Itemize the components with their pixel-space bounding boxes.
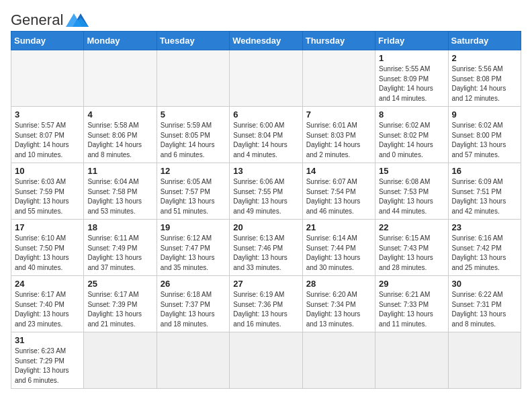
day-number: 29	[379, 279, 444, 289]
day-cell: 2Sunrise: 5:56 AMSunset: 8:08 PMDaylight…	[448, 50, 521, 107]
day-info: Sunrise: 6:14 AMSunset: 7:44 PMDaylight:…	[306, 234, 371, 273]
day-number: 21	[306, 222, 371, 232]
day-info: Sunrise: 6:01 AMSunset: 8:03 PMDaylight:…	[306, 121, 371, 160]
day-cell: 4Sunrise: 5:58 AMSunset: 8:06 PMDaylight…	[84, 107, 157, 163]
day-cell: 13Sunrise: 6:06 AMSunset: 7:55 PMDayligh…	[230, 163, 302, 220]
day-number: 10	[15, 166, 80, 176]
day-number: 15	[379, 166, 444, 176]
day-info: Sunrise: 6:13 AMSunset: 7:46 PMDaylight:…	[233, 234, 298, 273]
day-cell: 14Sunrise: 6:07 AMSunset: 7:54 PMDayligh…	[302, 163, 375, 220]
day-info: Sunrise: 6:17 AMSunset: 7:39 PMDaylight:…	[87, 290, 152, 329]
day-info: Sunrise: 6:00 AMSunset: 8:04 PMDaylight:…	[233, 121, 298, 160]
day-info: Sunrise: 6:04 AMSunset: 7:58 PMDaylight:…	[87, 177, 152, 216]
day-number: 20	[233, 222, 298, 232]
day-info: Sunrise: 6:21 AMSunset: 7:33 PMDaylight:…	[379, 290, 444, 329]
col-header-sunday: Sunday	[11, 32, 84, 50]
day-info: Sunrise: 6:02 AMSunset: 8:02 PMDaylight:…	[379, 121, 444, 160]
day-cell: 5Sunrise: 5:59 AMSunset: 8:05 PMDaylight…	[157, 107, 229, 163]
day-number: 11	[87, 166, 152, 176]
day-info: Sunrise: 6:11 AMSunset: 7:49 PMDaylight:…	[87, 234, 152, 273]
day-number: 27	[233, 279, 298, 289]
day-cell: 18Sunrise: 6:11 AMSunset: 7:49 PMDayligh…	[84, 220, 157, 276]
day-cell	[230, 332, 302, 389]
day-number: 17	[15, 222, 80, 232]
day-number: 30	[452, 279, 517, 289]
day-info: Sunrise: 6:19 AMSunset: 7:36 PMDaylight:…	[233, 290, 298, 329]
day-info: Sunrise: 6:20 AMSunset: 7:34 PMDaylight:…	[306, 290, 371, 329]
day-cell: 20Sunrise: 6:13 AMSunset: 7:46 PMDayligh…	[230, 220, 302, 276]
day-cell: 27Sunrise: 6:19 AMSunset: 7:36 PMDayligh…	[230, 276, 302, 332]
day-info: Sunrise: 6:05 AMSunset: 7:57 PMDaylight:…	[161, 177, 226, 216]
col-header-tuesday: Tuesday	[157, 32, 229, 50]
day-number: 24	[15, 279, 80, 289]
day-cell	[84, 332, 157, 389]
day-info: Sunrise: 6:08 AMSunset: 7:53 PMDaylight:…	[379, 177, 444, 216]
day-cell	[84, 50, 157, 107]
day-number: 9	[452, 109, 517, 120]
day-cell: 7Sunrise: 6:01 AMSunset: 8:03 PMDaylight…	[302, 107, 375, 163]
logo: General	[11, 11, 91, 26]
day-number: 31	[15, 335, 80, 345]
day-cell	[375, 332, 448, 389]
day-cell: 17Sunrise: 6:10 AMSunset: 7:50 PMDayligh…	[11, 220, 84, 276]
day-number: 5	[161, 109, 226, 120]
week-row-5: 24Sunrise: 6:17 AMSunset: 7:40 PMDayligh…	[11, 276, 521, 332]
day-cell: 10Sunrise: 6:03 AMSunset: 7:59 PMDayligh…	[11, 163, 84, 220]
day-info: Sunrise: 5:57 AMSunset: 8:07 PMDaylight:…	[15, 121, 80, 160]
day-number: 4	[87, 109, 152, 120]
day-cell	[448, 332, 521, 389]
day-cell: 1Sunrise: 5:55 AMSunset: 8:09 PMDaylight…	[375, 50, 448, 107]
day-cell: 8Sunrise: 6:02 AMSunset: 8:02 PMDaylight…	[375, 107, 448, 163]
week-row-4: 17Sunrise: 6:10 AMSunset: 7:50 PMDayligh…	[11, 220, 521, 276]
day-cell: 15Sunrise: 6:08 AMSunset: 7:53 PMDayligh…	[375, 163, 448, 220]
day-number: 28	[306, 279, 371, 289]
col-header-thursday: Thursday	[302, 32, 375, 50]
col-header-wednesday: Wednesday	[230, 32, 302, 50]
day-info: Sunrise: 6:12 AMSunset: 7:47 PMDaylight:…	[161, 234, 226, 273]
logo-general: General	[11, 11, 63, 29]
calendar-header-row: SundayMondayTuesdayWednesdayThursdayFrid…	[11, 32, 521, 50]
logo-icon	[66, 11, 91, 30]
week-row-6: 31Sunrise: 6:23 AMSunset: 7:29 PMDayligh…	[11, 332, 521, 389]
calendar-body: 1Sunrise: 5:55 AMSunset: 8:09 PMDaylight…	[11, 50, 521, 389]
col-header-monday: Monday	[84, 32, 157, 50]
day-info: Sunrise: 6:02 AMSunset: 8:00 PMDaylight:…	[452, 121, 517, 160]
day-info: Sunrise: 5:55 AMSunset: 8:09 PMDaylight:…	[379, 64, 444, 103]
day-number: 14	[306, 166, 371, 176]
day-info: Sunrise: 6:09 AMSunset: 7:51 PMDaylight:…	[452, 177, 517, 216]
calendar-table: SundayMondayTuesdayWednesdayThursdayFrid…	[11, 31, 521, 389]
day-number: 25	[87, 279, 152, 289]
day-info: Sunrise: 6:22 AMSunset: 7:31 PMDaylight:…	[452, 290, 517, 329]
day-cell: 3Sunrise: 5:57 AMSunset: 8:07 PMDaylight…	[11, 107, 84, 163]
day-number: 12	[161, 166, 226, 176]
day-info: Sunrise: 6:15 AMSunset: 7:43 PMDaylight:…	[379, 234, 444, 273]
day-cell: 23Sunrise: 6:16 AMSunset: 7:42 PMDayligh…	[448, 220, 521, 276]
day-cell: 26Sunrise: 6:18 AMSunset: 7:37 PMDayligh…	[157, 276, 229, 332]
day-cell: 16Sunrise: 6:09 AMSunset: 7:51 PMDayligh…	[448, 163, 521, 220]
day-number: 22	[379, 222, 444, 232]
day-number: 3	[15, 109, 80, 120]
day-number: 18	[87, 222, 152, 232]
week-row-1: 1Sunrise: 5:55 AMSunset: 8:09 PMDaylight…	[11, 50, 521, 107]
day-info: Sunrise: 6:23 AMSunset: 7:29 PMDaylight:…	[15, 347, 80, 385]
day-cell: 9Sunrise: 6:02 AMSunset: 8:00 PMDaylight…	[448, 107, 521, 163]
day-cell: 12Sunrise: 6:05 AMSunset: 7:57 PMDayligh…	[157, 163, 229, 220]
day-number: 19	[161, 222, 226, 232]
day-cell: 19Sunrise: 6:12 AMSunset: 7:47 PMDayligh…	[157, 220, 229, 276]
week-row-3: 10Sunrise: 6:03 AMSunset: 7:59 PMDayligh…	[11, 163, 521, 220]
week-row-2: 3Sunrise: 5:57 AMSunset: 8:07 PMDaylight…	[11, 107, 521, 163]
day-cell: 29Sunrise: 6:21 AMSunset: 7:33 PMDayligh…	[375, 276, 448, 332]
day-number: 7	[306, 109, 371, 120]
day-number: 23	[452, 222, 517, 232]
day-info: Sunrise: 6:07 AMSunset: 7:54 PMDaylight:…	[306, 177, 371, 216]
day-cell: 24Sunrise: 6:17 AMSunset: 7:40 PMDayligh…	[11, 276, 84, 332]
day-info: Sunrise: 6:18 AMSunset: 7:37 PMDaylight:…	[161, 290, 226, 329]
day-number: 2	[452, 53, 517, 63]
day-number: 13	[233, 166, 298, 176]
day-info: Sunrise: 6:03 AMSunset: 7:59 PMDaylight:…	[15, 177, 80, 216]
day-number: 26	[161, 279, 226, 289]
col-header-saturday: Saturday	[448, 32, 521, 50]
day-info: Sunrise: 6:16 AMSunset: 7:42 PMDaylight:…	[452, 234, 517, 273]
day-number: 8	[379, 109, 444, 120]
day-cell: 31Sunrise: 6:23 AMSunset: 7:29 PMDayligh…	[11, 332, 84, 389]
